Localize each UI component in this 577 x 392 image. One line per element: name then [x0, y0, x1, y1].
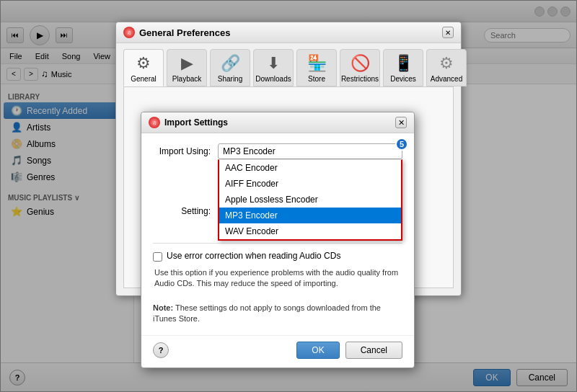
error-correction-checkbox[interactable] [153, 252, 162, 262]
import-itunes-icon: ♫ [149, 117, 160, 128]
import-using-select[interactable]: AAC Encoder AIFF Encoder Apple Lossless … [218, 143, 402, 159]
import-settings-dialog: ♫ Import Settings ✕ Import Using: 5 AAC … [141, 112, 415, 368]
dropdown-apple-lossless[interactable]: Apple Lossless Encoder [219, 192, 401, 208]
tab-playback[interactable]: ▶ Playback [167, 49, 207, 86]
general-tab-label: General [131, 75, 157, 83]
dropdown-menu: AAC Encoder AIFF Encoder Apple Lossless … [218, 159, 402, 241]
import-body: Import Using: 5 AAC Encoder AIFF Encoder… [141, 133, 414, 335]
itunes-icon: ♫ [123, 27, 135, 38]
general-prefs-title: General Preferences [139, 27, 230, 38]
devices-tab-icon: 📱 [394, 54, 413, 73]
restrictions-tab-icon: 🚫 [351, 54, 370, 73]
advanced-tab-label: Advanced [431, 75, 462, 83]
store-tab-label: Store [308, 75, 325, 83]
error-correction-label: Use error correction when reading Audio … [167, 251, 340, 261]
import-close-button[interactable]: ✕ [395, 117, 407, 128]
dropdown-wav[interactable]: WAV Encoder [219, 223, 401, 239]
advanced-tab-icon: ⚙ [439, 54, 454, 73]
playback-tab-icon: ▶ [181, 54, 193, 73]
import-footer-right: OK Cancel [296, 342, 402, 359]
tab-devices[interactable]: 📱 Devices [383, 49, 423, 86]
prefs-tabs: ⚙ General ▶ Playback 🔗 Sharing ⬇ Downloa… [116, 43, 461, 86]
import-cancel-button[interactable]: Cancel [345, 342, 402, 359]
setting-label: Setting: [153, 206, 218, 216]
sharing-tab-icon: 🔗 [221, 54, 240, 73]
sharing-tab-label: Sharing [218, 75, 242, 83]
downloads-tab-icon: ⬇ [267, 54, 280, 73]
tab-sharing[interactable]: 🔗 Sharing [210, 49, 250, 86]
devices-tab-label: Devices [390, 75, 416, 83]
tab-advanced[interactable]: ⚙ Advanced [426, 49, 467, 86]
dropdown-aiff[interactable]: AIFF Encoder [219, 176, 401, 192]
general-prefs-title-bar: ♫ General Preferences ✕ [116, 22, 461, 43]
store-tab-icon: 🏪 [307, 54, 327, 73]
import-footer: ? OK Cancel [141, 335, 414, 368]
divider [153, 243, 402, 244]
import-help-button[interactable]: ? [153, 342, 169, 358]
general-prefs-close-button[interactable]: ✕ [442, 27, 454, 38]
import-using-row: Import Using: 5 AAC Encoder AIFF Encoder… [153, 143, 402, 159]
tab-general[interactable]: ⚙ General [123, 49, 164, 86]
error-correction-note: Use this option if you experience proble… [153, 267, 402, 290]
note-text: These settings do not apply to songs dow… [153, 303, 381, 323]
general-prefs-title-left: ♫ General Preferences [123, 27, 230, 38]
import-select-wrapper: 5 AAC Encoder AIFF Encoder Apple Lossles… [218, 143, 402, 159]
import-title-left: ♫ Import Settings [149, 117, 228, 128]
itunes-store-note: Note: These settings do not apply to son… [153, 303, 402, 325]
import-ok-button[interactable]: OK [296, 342, 339, 359]
tab-store[interactable]: 🏪 Store [296, 49, 337, 86]
downloads-tab-label: Downloads [255, 75, 291, 83]
error-correction-row: Use error correction when reading Audio … [153, 251, 402, 262]
playback-tab-label: Playback [172, 75, 202, 83]
import-settings-title-bar: ♫ Import Settings ✕ [141, 112, 414, 133]
general-tab-icon: ⚙ [136, 54, 151, 73]
badge-number: 5 [395, 138, 408, 151]
import-title: Import Settings [164, 117, 228, 128]
dropdown-mp3[interactable]: MP3 Encoder [219, 208, 401, 223]
tab-downloads[interactable]: ⬇ Downloads [253, 49, 294, 86]
restrictions-tab-label: Restrictions [341, 75, 379, 83]
tab-restrictions[interactable]: 🚫 Restrictions [340, 49, 380, 86]
import-using-label: Import Using: [153, 146, 218, 156]
dropdown-aac[interactable]: AAC Encoder [219, 160, 401, 176]
note-bold: Note: [153, 303, 173, 312]
